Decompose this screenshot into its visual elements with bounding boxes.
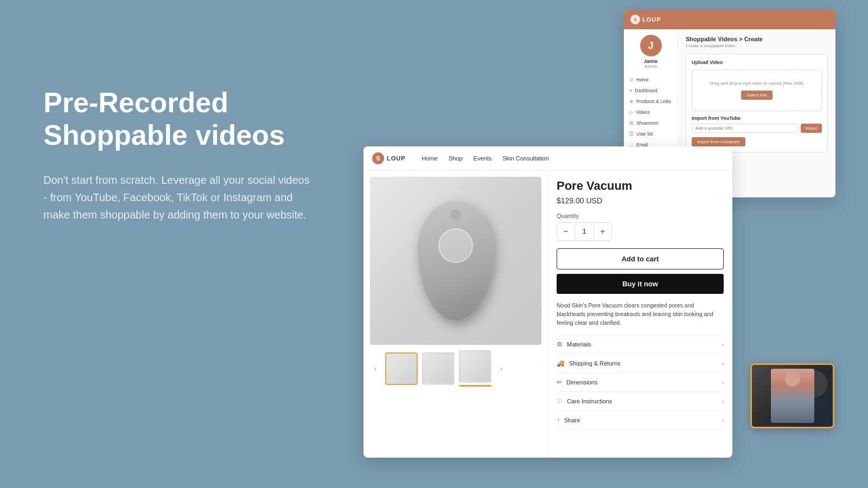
add-to-cart-button[interactable]: Add to cart [557, 248, 724, 269]
admin-logo: S LOUP [630, 15, 661, 24]
share-chevron-icon: › [722, 418, 724, 423]
product-name: Pore Vacuum [557, 179, 724, 193]
video-person-figure [771, 369, 814, 423]
product-info-section: Pore Vacuum $129.00 USD Quantity − 1 + A… [548, 170, 732, 458]
instagram-import-button[interactable]: Import from Instagram [692, 137, 745, 146]
nav-link-shop[interactable]: Shop [449, 155, 463, 162]
youtube-url-input[interactable] [692, 124, 799, 133]
product-description: Nood Skin's Pore Vacuum clears congested… [557, 301, 724, 327]
upload-section: Upload Video Drag and drop a mp4 video t… [686, 54, 828, 152]
youtube-import-label: Import from YouTube [692, 115, 822, 121]
care-chevron-icon: › [722, 399, 724, 404]
thumbnail-active-bar [459, 385, 492, 387]
dimensions-icon: ✏ [557, 378, 562, 386]
sidebar-home-label: Home [636, 77, 649, 82]
quantity-increase-button[interactable]: + [594, 223, 611, 240]
admin-logo-text: LOUP [642, 16, 661, 23]
select-file-button[interactable]: Select File [741, 91, 772, 100]
product-body: ‹ › Pore Vacuum $129.00 USD Quantity − [363, 170, 732, 458]
product-accordion: ⚙ Materials › 🚚 Shipping & Returns › ✏ [557, 335, 724, 430]
sidebar-item-videos[interactable]: ▷ Videos [624, 107, 678, 118]
product-price: $129.00 USD [557, 196, 724, 205]
drop-zone-text: Drag and drop a mp4 video to upload (Max… [698, 81, 816, 86]
userlist-icon: ☰ [629, 131, 634, 137]
sidebar-item-home[interactable]: ⊙ Home [624, 74, 678, 85]
product-navbar: S LOUP Home Shop Events Skin Consultatio… [363, 146, 732, 170]
video-overlay-thumbnail[interactable] [750, 363, 834, 428]
product-panel: S LOUP Home Shop Events Skin Consultatio… [363, 146, 732, 458]
care-icon: ♡ [557, 397, 563, 405]
nav-link-home[interactable]: Home [422, 155, 438, 162]
dashboard-icon: ≡ [629, 88, 632, 93]
sidebar-item-products[interactable]: ⊕ Products & Links [624, 96, 678, 107]
share-icon: ↑ [557, 416, 560, 424]
thumbnail-3[interactable] [459, 350, 492, 383]
product-images-section: ‹ › [363, 170, 548, 458]
product-main-image [370, 177, 541, 345]
thumbnail-2[interactable] [422, 352, 455, 385]
thumbnail-prev-arrow[interactable]: ‹ [370, 363, 381, 374]
admin-topbar: S LOUP [624, 10, 835, 29]
accordion-care[interactable]: ♡ Care Instructions › [557, 392, 724, 411]
sidebar-item-userlist[interactable]: ☰ User list [624, 129, 678, 139]
accordion-shipping[interactable]: 🚚 Shipping & Returns › [557, 354, 724, 373]
nav-link-events[interactable]: Events [474, 155, 492, 162]
admin-breadcrumb: Shoppable Videos > Create [686, 36, 828, 42]
product-thumbnails: ‹ › [370, 350, 541, 387]
buy-now-button[interactable]: Buy it now [557, 274, 724, 294]
description-text: Don't start from scratch. Leverage all y… [43, 171, 315, 223]
product-device-visual [418, 201, 494, 320]
left-content-section: Pre-Recorded Shoppable videos Don't star… [43, 87, 315, 223]
sidebar-products-label: Products & Links [636, 99, 671, 104]
accordion-share[interactable]: ↑ Share › [557, 411, 724, 430]
thumbnail-next-arrow[interactable]: › [496, 363, 507, 374]
share-label: Share [564, 417, 580, 423]
youtube-import-row: Import [692, 124, 822, 133]
quantity-value: 1 [575, 223, 594, 240]
sidebar-showroom-label: Showroom [636, 120, 659, 126]
sidebar-dashboard-label: Dashboard [635, 88, 658, 93]
sidebar-userlist-label: User list [636, 131, 653, 137]
youtube-import-button[interactable]: Import [801, 124, 822, 133]
home-icon: ⊙ [629, 77, 634, 82]
shipping-label: Shipping & Returns [569, 360, 621, 367]
admin-avatar: J [640, 35, 662, 56]
shipping-icon: 🚚 [557, 359, 565, 367]
product-nav-logo-text: LOUP [387, 155, 406, 162]
shipping-chevron-icon: › [722, 361, 724, 367]
care-label: Care Instructions [567, 398, 612, 404]
materials-label: Materials [567, 341, 591, 348]
quantity-decrease-button[interactable]: − [557, 223, 575, 240]
accordion-dimensions[interactable]: ✏ Dimensions › [557, 373, 724, 392]
main-heading: Pre-Recorded Shoppable videos [43, 87, 315, 152]
admin-role: Admin [644, 64, 657, 69]
dimensions-label: Dimensions [566, 379, 597, 386]
admin-breadcrumb-sub: Create a shoppable video. [686, 43, 828, 48]
materials-icon: ⚙ [557, 341, 563, 348]
quantity-control: − 1 + [557, 222, 612, 241]
video-preview [752, 365, 833, 427]
admin-logo-icon: S [630, 15, 640, 24]
upload-title: Upload Video [692, 60, 822, 65]
sidebar-item-showroom[interactable]: ⊞ Showroom [624, 118, 678, 129]
admin-username: Jamie [644, 59, 658, 64]
product-nav-logo-icon: S [372, 152, 384, 164]
nav-link-skin[interactable]: Skin Consultation [502, 155, 549, 162]
drop-zone[interactable]: Drag and drop a mp4 video to upload (Max… [692, 69, 822, 111]
quantity-label: Quantity [557, 213, 724, 219]
sidebar-videos-label: Videos [636, 110, 650, 115]
accordion-materials[interactable]: ⚙ Materials › [557, 335, 724, 354]
showroom-icon: ⊞ [629, 120, 634, 126]
thumbnail-1[interactable] [385, 352, 418, 385]
product-nav-logo: S LOUP [372, 152, 406, 164]
materials-chevron-icon: › [722, 342, 724, 348]
videos-icon: ▷ [629, 110, 633, 115]
dimensions-chevron-icon: › [722, 380, 724, 386]
products-icon: ⊕ [629, 99, 634, 104]
sidebar-item-dashboard[interactable]: ≡ Dashboard [624, 85, 678, 96]
